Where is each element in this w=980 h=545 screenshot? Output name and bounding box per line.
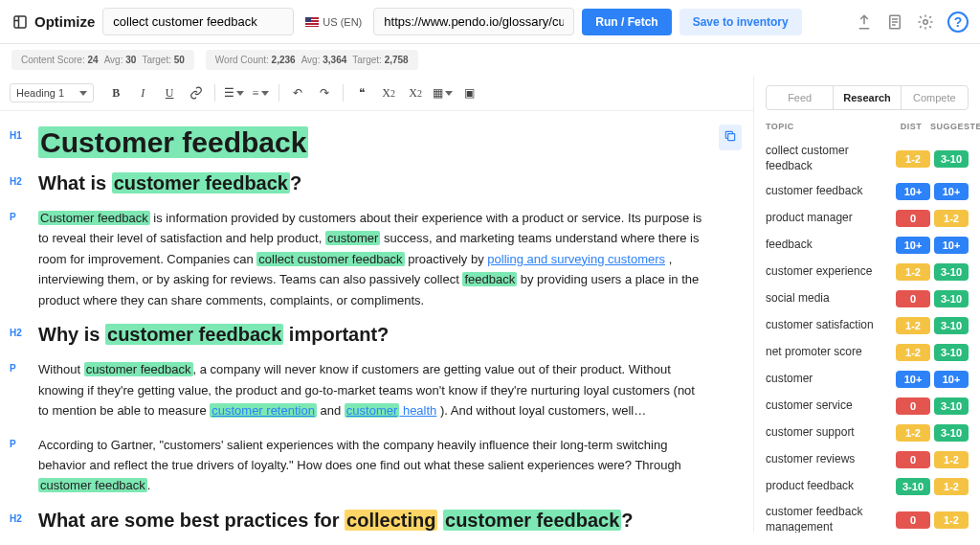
- dist-pill: 1-2: [896, 344, 930, 361]
- export-icon[interactable]: [856, 13, 873, 31]
- sugg-pill: 3-10: [934, 317, 969, 334]
- h2-practices: What are some best practices for collect…: [38, 510, 634, 532]
- topic-row[interactable]: net promoter score1-23-10: [766, 339, 969, 366]
- bold-button[interactable]: B: [103, 80, 128, 105]
- topic-name: customer feedback: [766, 184, 892, 199]
- topic-name: customer reviews: [766, 452, 892, 467]
- tag-h2: H2: [10, 510, 33, 524]
- number-list-button[interactable]: ≡: [248, 80, 273, 105]
- sugg-pill: 3-10: [934, 424, 969, 442]
- topic-row[interactable]: customer10+10+: [766, 366, 969, 393]
- sidebar-tabs: Feed Research Compete: [766, 85, 969, 110]
- quote-button[interactable]: ❝: [349, 80, 374, 105]
- col-dist: DIST: [892, 122, 930, 131]
- locale-label: US (EN): [323, 16, 362, 28]
- url-input[interactable]: [373, 8, 574, 35]
- help-icon[interactable]: ?: [947, 11, 969, 33]
- chevron-down-icon: [79, 91, 87, 96]
- dist-pill: 0: [896, 290, 930, 307]
- save-inventory-button[interactable]: Save to inventory: [679, 9, 802, 35]
- topic-row[interactable]: customer support1-23-10: [766, 420, 969, 446]
- keyword-input[interactable]: [102, 8, 294, 35]
- topic-row[interactable]: customer satisfaction1-23-10: [766, 312, 969, 339]
- svg-rect-3: [728, 134, 735, 141]
- dist-pill: 0: [896, 397, 930, 415]
- tab-research[interactable]: Research: [833, 86, 901, 109]
- word-count-stat: Word Count: 2,236 Avg: 3,364 Target: 2,7…: [206, 50, 418, 70]
- sugg-pill: 1-2: [934, 478, 969, 495]
- topic-row[interactable]: feedback10+10+: [766, 232, 969, 259]
- app-title: Optimize: [11, 13, 95, 31]
- gear-icon[interactable]: [917, 13, 934, 31]
- h2-why: Why is customer feedback important?: [38, 324, 389, 346]
- topic-name: collect customer feedback: [766, 144, 892, 173]
- dist-pill: 10+: [896, 371, 930, 388]
- topic-name: feedback: [766, 238, 892, 253]
- underline-button[interactable]: U: [157, 80, 182, 105]
- topic-name: social media: [766, 291, 892, 307]
- col-sugg: SUGGESTED: [930, 122, 969, 131]
- sugg-pill: 1-2: [934, 451, 969, 468]
- dist-pill: 3-10: [896, 478, 930, 495]
- dist-pill: 10+: [896, 237, 930, 254]
- dist-pill: 1-2: [896, 263, 930, 281]
- sugg-pill: 3-10: [934, 150, 969, 168]
- copy-icon[interactable]: [719, 125, 742, 150]
- tag-p: P: [10, 208, 33, 222]
- topic-row[interactable]: customer feedback management01-2: [766, 500, 969, 533]
- dist-pill: 0: [896, 451, 930, 468]
- topic-row[interactable]: product manager01-2: [766, 205, 969, 232]
- p-why-2: According to Gartner, "customers' salien…: [38, 435, 705, 496]
- sugg-pill: 3-10: [934, 263, 969, 281]
- topic-name: customer: [766, 372, 892, 387]
- italic-button[interactable]: I: [130, 80, 155, 105]
- topic-name: customer satisfaction: [766, 318, 892, 333]
- redo-button[interactable]: ↷: [312, 80, 337, 105]
- topic-row[interactable]: customer feedback10+10+: [766, 178, 969, 205]
- dist-pill: 0: [896, 511, 930, 529]
- topic-name: product feedback: [766, 479, 892, 494]
- topic-row[interactable]: customer service03-10: [766, 393, 969, 420]
- sugg-pill: 10+: [934, 237, 969, 254]
- bullet-list-button[interactable]: ☰: [221, 80, 246, 105]
- flag-us-icon: [305, 17, 319, 27]
- h1-title: Customer feedback: [38, 126, 308, 159]
- undo-button[interactable]: ↶: [285, 80, 310, 105]
- topic-name: customer support: [766, 425, 892, 441]
- locale-select[interactable]: US (EN): [301, 16, 366, 28]
- image-button[interactable]: ▣: [457, 80, 481, 105]
- doc-icon[interactable]: [886, 13, 903, 31]
- link-button[interactable]: [184, 80, 209, 105]
- sugg-pill: 1-2: [934, 210, 969, 227]
- topic-header: TOPIC DIST SUGGESTED: [766, 122, 969, 131]
- sugg-pill: 3-10: [934, 344, 969, 361]
- topic-name: net promoter score: [766, 345, 892, 360]
- h2-what-is: What is customer feedback?: [38, 172, 301, 194]
- editor-content[interactable]: H1Customer feedback H2What is customer f…: [0, 111, 753, 533]
- subscript-button[interactable]: X2: [376, 80, 401, 105]
- topic-row[interactable]: product feedback3-101-2: [766, 473, 969, 500]
- topic-row[interactable]: customer experience1-23-10: [766, 259, 969, 285]
- superscript-button[interactable]: X2: [403, 80, 428, 105]
- tag-p: P: [10, 435, 33, 449]
- sugg-pill: 3-10: [934, 290, 969, 307]
- topic-row[interactable]: social media03-10: [766, 285, 969, 312]
- topic-row[interactable]: customer reviews01-2: [766, 446, 969, 473]
- sugg-pill: 10+: [934, 183, 969, 200]
- tab-feed[interactable]: Feed: [767, 86, 833, 109]
- top-bar: Optimize US (EN) Run / Fetch Save to inv…: [0, 0, 980, 44]
- col-topic: TOPIC: [766, 122, 892, 131]
- table-button[interactable]: ▦: [430, 80, 455, 105]
- run-fetch-button[interactable]: Run / Fetch: [582, 9, 671, 35]
- dist-pill: 1-2: [896, 317, 930, 334]
- editor-column: Heading 1 B I U ☰ ≡ ↶ ↷ ❝ X2 X2 ▦ ▣ H1Cu…: [0, 76, 754, 533]
- topic-name: customer experience: [766, 264, 892, 280]
- topic-name: product manager: [766, 211, 892, 226]
- dist-pill: 0: [896, 210, 930, 227]
- heading-select[interactable]: Heading 1: [10, 83, 94, 102]
- topic-name: customer service: [766, 398, 892, 414]
- tag-h1: H1: [10, 126, 33, 141]
- svg-rect-0: [14, 16, 26, 28]
- tab-compete[interactable]: Compete: [902, 86, 968, 109]
- topic-row[interactable]: collect customer feedback1-23-10: [766, 139, 969, 178]
